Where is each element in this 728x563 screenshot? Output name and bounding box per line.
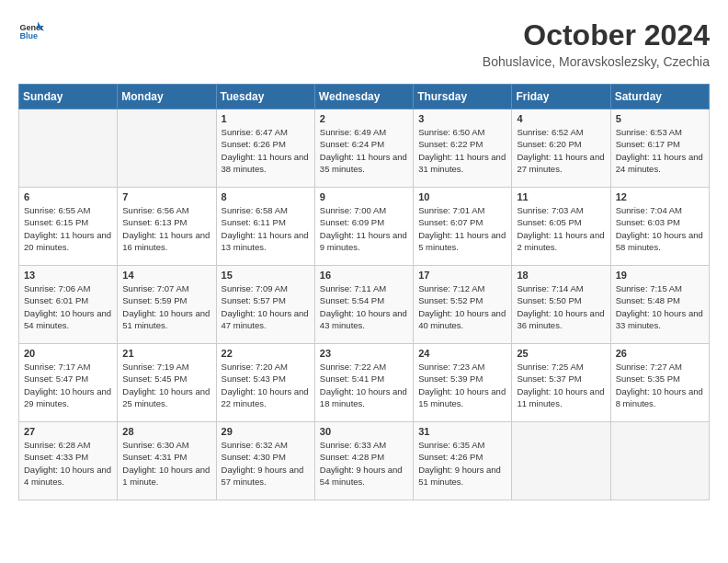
- calendar-cell: 1Sunrise: 6:47 AMSunset: 6:26 PMDaylight…: [216, 109, 314, 188]
- day-number: 6: [24, 191, 112, 202]
- calendar-cell: 18Sunrise: 7:14 AMSunset: 5:50 PMDayligh…: [512, 266, 610, 344]
- calendar-cell: 7Sunrise: 6:56 AMSunset: 6:13 PMDaylight…: [118, 188, 216, 266]
- cell-info: Sunrise: 7:20 AMSunset: 5:43 PMDaylight:…: [222, 361, 310, 409]
- calendar-cell: 22Sunrise: 7:20 AMSunset: 5:43 PMDayligh…: [216, 344, 314, 422]
- day-number: 10: [418, 191, 506, 202]
- day-header-thursday: Thursday: [414, 85, 512, 109]
- cell-info: Sunrise: 7:25 AMSunset: 5:37 PMDaylight:…: [517, 361, 605, 409]
- cell-info: Sunrise: 7:06 AMSunset: 6:01 PMDaylight:…: [24, 282, 112, 331]
- calendar-cell: 10Sunrise: 7:01 AMSunset: 6:07 PMDayligh…: [414, 188, 512, 266]
- day-number: 2: [320, 113, 408, 124]
- title-block: October 2024 Bohuslavice, Moravskoslezsk…: [483, 18, 710, 69]
- cell-info: Sunrise: 7:09 AMSunset: 5:57 PMDaylight:…: [222, 282, 310, 331]
- calendar-cell: [118, 109, 216, 188]
- page-header: General Blue October 2024 Bohuslavice, M…: [18, 18, 710, 69]
- cell-info: Sunrise: 7:15 AMSunset: 5:48 PMDaylight:…: [616, 282, 704, 331]
- calendar-cell: 23Sunrise: 7:22 AMSunset: 5:41 PMDayligh…: [314, 344, 413, 422]
- calendar-cell: 20Sunrise: 7:17 AMSunset: 5:47 PMDayligh…: [19, 344, 118, 422]
- calendar-cell: 12Sunrise: 7:04 AMSunset: 6:03 PMDayligh…: [610, 188, 709, 266]
- day-number: 7: [122, 191, 210, 202]
- month-title: October 2024: [483, 18, 710, 52]
- day-number: 5: [616, 113, 704, 124]
- calendar-header-row: SundayMondayTuesdayWednesdayThursdayFrid…: [19, 85, 710, 109]
- calendar-cell: 30Sunrise: 6:33 AMSunset: 4:28 PMDayligh…: [314, 422, 413, 500]
- day-number: 30: [320, 426, 408, 437]
- calendar-cell: 28Sunrise: 6:30 AMSunset: 4:31 PMDayligh…: [118, 422, 216, 500]
- day-number: 22: [222, 348, 310, 359]
- calendar-cell: [610, 422, 709, 500]
- calendar-week-2: 6Sunrise: 6:55 AMSunset: 6:15 PMDaylight…: [19, 188, 710, 266]
- cell-info: Sunrise: 6:28 AMSunset: 4:33 PMDaylight:…: [24, 439, 112, 488]
- calendar-cell: 3Sunrise: 6:50 AMSunset: 6:22 PMDaylight…: [414, 109, 512, 188]
- cell-info: Sunrise: 7:27 AMSunset: 5:35 PMDaylight:…: [616, 361, 704, 409]
- calendar-cell: 16Sunrise: 7:11 AMSunset: 5:54 PMDayligh…: [314, 266, 413, 344]
- cell-info: Sunrise: 7:17 AMSunset: 5:47 PMDaylight:…: [24, 361, 112, 409]
- calendar-cell: 11Sunrise: 7:03 AMSunset: 6:05 PMDayligh…: [512, 188, 610, 266]
- day-number: 12: [616, 191, 704, 202]
- cell-info: Sunrise: 6:49 AMSunset: 6:24 PMDaylight:…: [320, 126, 408, 175]
- calendar-cell: 17Sunrise: 7:12 AMSunset: 5:52 PMDayligh…: [414, 266, 512, 344]
- cell-info: Sunrise: 7:00 AMSunset: 6:09 PMDaylight:…: [320, 204, 408, 253]
- svg-text:Blue: Blue: [19, 31, 38, 40]
- calendar-cell: 4Sunrise: 6:52 AMSunset: 6:20 PMDaylight…: [512, 109, 610, 188]
- calendar-cell: 24Sunrise: 7:23 AMSunset: 5:39 PMDayligh…: [414, 344, 512, 422]
- calendar-cell: 31Sunrise: 6:35 AMSunset: 4:26 PMDayligh…: [414, 422, 512, 500]
- day-number: 14: [122, 270, 210, 281]
- cell-info: Sunrise: 6:53 AMSunset: 6:17 PMDaylight:…: [616, 126, 704, 175]
- calendar-week-4: 20Sunrise: 7:17 AMSunset: 5:47 PMDayligh…: [19, 344, 710, 422]
- calendar-cell: 21Sunrise: 7:19 AMSunset: 5:45 PMDayligh…: [118, 344, 216, 422]
- day-number: 20: [24, 348, 112, 359]
- calendar-cell: 13Sunrise: 7:06 AMSunset: 6:01 PMDayligh…: [19, 266, 118, 344]
- cell-info: Sunrise: 7:04 AMSunset: 6:03 PMDaylight:…: [616, 204, 704, 253]
- day-number: 31: [418, 426, 506, 437]
- cell-info: Sunrise: 6:32 AMSunset: 4:30 PMDaylight:…: [222, 439, 310, 488]
- cell-info: Sunrise: 7:19 AMSunset: 5:45 PMDaylight:…: [122, 361, 210, 409]
- logo: General Blue: [18, 18, 44, 44]
- calendar-cell: [512, 422, 610, 500]
- day-number: 1: [222, 113, 310, 124]
- day-number: 16: [320, 270, 408, 281]
- cell-info: Sunrise: 6:55 AMSunset: 6:15 PMDaylight:…: [24, 204, 112, 253]
- day-number: 26: [616, 348, 704, 359]
- calendar-cell: 8Sunrise: 6:58 AMSunset: 6:11 PMDaylight…: [216, 188, 314, 266]
- location-title: Bohuslavice, Moravskoslezsky, Czechia: [483, 54, 710, 69]
- cell-info: Sunrise: 7:07 AMSunset: 5:59 PMDaylight:…: [122, 282, 210, 331]
- cell-info: Sunrise: 6:52 AMSunset: 6:20 PMDaylight:…: [517, 126, 605, 175]
- calendar-week-3: 13Sunrise: 7:06 AMSunset: 6:01 PMDayligh…: [19, 266, 710, 344]
- cell-info: Sunrise: 7:11 AMSunset: 5:54 PMDaylight:…: [320, 282, 408, 331]
- cell-info: Sunrise: 7:01 AMSunset: 6:07 PMDaylight:…: [418, 204, 506, 253]
- calendar-week-5: 27Sunrise: 6:28 AMSunset: 4:33 PMDayligh…: [19, 422, 710, 500]
- cell-info: Sunrise: 7:12 AMSunset: 5:52 PMDaylight:…: [418, 282, 506, 331]
- day-header-friday: Friday: [512, 85, 610, 109]
- cell-info: Sunrise: 6:58 AMSunset: 6:11 PMDaylight:…: [222, 204, 310, 253]
- day-number: 27: [24, 426, 112, 437]
- calendar-cell: 27Sunrise: 6:28 AMSunset: 4:33 PMDayligh…: [19, 422, 118, 500]
- calendar-body: 1Sunrise: 6:47 AMSunset: 6:26 PMDaylight…: [19, 109, 710, 500]
- logo-icon: General Blue: [18, 18, 44, 44]
- day-number: 8: [222, 191, 310, 202]
- cell-info: Sunrise: 7:23 AMSunset: 5:39 PMDaylight:…: [418, 361, 506, 409]
- day-header-tuesday: Tuesday: [216, 85, 314, 109]
- calendar-cell: 9Sunrise: 7:00 AMSunset: 6:09 PMDaylight…: [314, 188, 413, 266]
- calendar-cell: [19, 109, 118, 188]
- day-number: 18: [517, 270, 605, 281]
- day-number: 17: [418, 270, 506, 281]
- calendar-cell: 26Sunrise: 7:27 AMSunset: 5:35 PMDayligh…: [610, 344, 709, 422]
- cell-info: Sunrise: 6:33 AMSunset: 4:28 PMDaylight:…: [320, 439, 408, 488]
- day-number: 23: [320, 348, 408, 359]
- cell-info: Sunrise: 7:14 AMSunset: 5:50 PMDaylight:…: [517, 282, 605, 331]
- calendar-cell: 2Sunrise: 6:49 AMSunset: 6:24 PMDaylight…: [314, 109, 413, 188]
- day-header-monday: Monday: [118, 85, 216, 109]
- day-number: 4: [517, 113, 605, 124]
- day-number: 19: [616, 270, 704, 281]
- cell-info: Sunrise: 6:56 AMSunset: 6:13 PMDaylight:…: [122, 204, 210, 253]
- cell-info: Sunrise: 6:47 AMSunset: 6:26 PMDaylight:…: [222, 126, 310, 175]
- day-number: 11: [517, 191, 605, 202]
- calendar-table: SundayMondayTuesdayWednesdayThursdayFrid…: [18, 84, 710, 500]
- day-number: 13: [24, 270, 112, 281]
- calendar-cell: 5Sunrise: 6:53 AMSunset: 6:17 PMDaylight…: [610, 109, 709, 188]
- calendar-cell: 19Sunrise: 7:15 AMSunset: 5:48 PMDayligh…: [610, 266, 709, 344]
- cell-info: Sunrise: 7:03 AMSunset: 6:05 PMDaylight:…: [517, 204, 605, 253]
- calendar-cell: 6Sunrise: 6:55 AMSunset: 6:15 PMDaylight…: [19, 188, 118, 266]
- day-header-saturday: Saturday: [610, 85, 709, 109]
